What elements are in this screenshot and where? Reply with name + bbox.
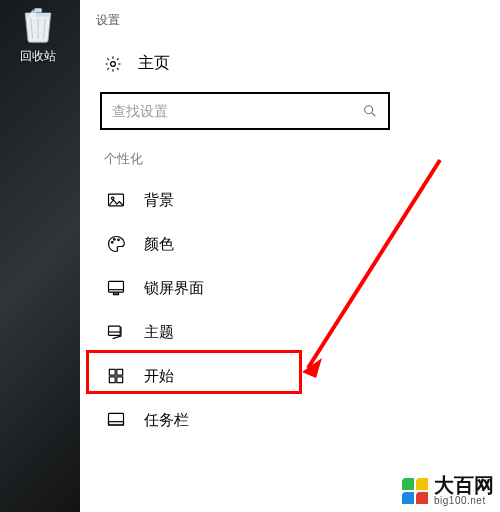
- sidebar-item-label: 开始: [144, 367, 174, 386]
- svg-point-7: [118, 239, 120, 241]
- search-icon: [362, 103, 378, 119]
- search-input[interactable]: [100, 92, 390, 130]
- svg-point-2: [365, 106, 373, 114]
- svg-rect-16: [109, 422, 124, 425]
- recycle-bin-label: 回收站: [8, 48, 68, 65]
- watermark-text-cn: 大百网: [434, 475, 494, 495]
- palette-icon: [106, 234, 126, 254]
- svg-point-5: [111, 242, 113, 244]
- sidebar-item-lockscreen[interactable]: 锁屏界面: [100, 266, 476, 310]
- settings-left-column: 主页 个性化 背景 颜色: [80, 47, 500, 442]
- settings-window: 设置 主页 个性化: [80, 0, 500, 512]
- svg-rect-13: [109, 377, 115, 383]
- watermark-logo-icon: [402, 478, 428, 504]
- start-icon: [106, 366, 126, 386]
- sidebar-item-background[interactable]: 背景: [100, 178, 476, 222]
- svg-rect-10: [109, 326, 121, 335]
- taskbar-icon: [106, 410, 126, 430]
- watermark: 大百网 big100.net: [402, 475, 494, 506]
- recycle-bin[interactable]: 回收站: [8, 4, 68, 65]
- sidebar-item-label: 锁屏界面: [144, 279, 204, 298]
- home-label: 主页: [138, 53, 170, 74]
- svg-rect-8: [109, 281, 124, 292]
- svg-rect-14: [117, 377, 123, 383]
- search-field[interactable]: [112, 103, 362, 119]
- sidebar-item-label: 主题: [144, 323, 174, 342]
- sidebar-item-label: 任务栏: [144, 411, 189, 430]
- sidebar-item-taskbar[interactable]: 任务栏: [100, 398, 476, 442]
- svg-rect-11: [109, 369, 115, 375]
- watermark-text-en: big100.net: [434, 495, 494, 506]
- sidebar-item-start[interactable]: 开始: [100, 354, 476, 398]
- section-label-personalization: 个性化: [104, 150, 476, 168]
- window-title: 设置: [80, 0, 500, 47]
- picture-icon: [106, 190, 126, 210]
- home-button[interactable]: 主页: [100, 47, 476, 86]
- recycle-bin-icon: [19, 4, 57, 44]
- svg-rect-9: [114, 293, 119, 295]
- lock-screen-icon: [106, 278, 126, 298]
- gear-icon: [104, 55, 122, 73]
- sidebar-item-themes[interactable]: 主题: [100, 310, 476, 354]
- svg-point-6: [114, 239, 116, 241]
- sidebar-item-label: 背景: [144, 191, 174, 210]
- svg-rect-12: [117, 369, 123, 375]
- svg-rect-0: [34, 9, 41, 13]
- themes-icon: [106, 322, 126, 342]
- sidebar-item-label: 颜色: [144, 235, 174, 254]
- sidebar-item-colors[interactable]: 颜色: [100, 222, 476, 266]
- svg-point-1: [111, 61, 116, 66]
